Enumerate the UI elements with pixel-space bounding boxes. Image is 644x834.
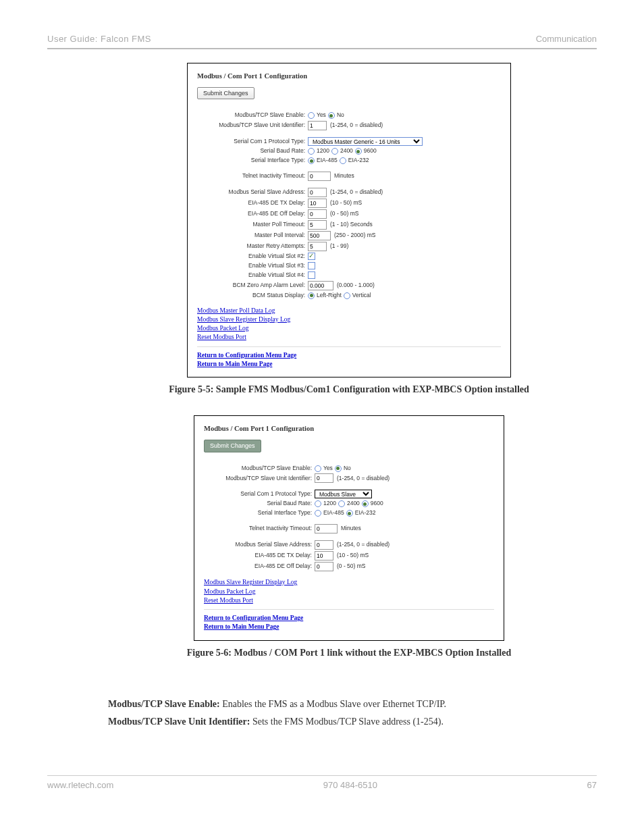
baud-1200-text: 1200 [317,147,329,155]
bcm-v-text: Vertical [352,292,371,300]
iface-232-radio[interactable] [340,157,346,164]
tx-delay-label: EIA-485 DE TX Delay: [197,199,308,207]
slave-addr-input[interactable] [308,188,327,197]
baud-1200-radio-2[interactable] [315,500,321,507]
slave-unit-id-hint-2: (1-254, 0 = disabled) [337,475,390,483]
submit-changes-button-2[interactable]: Submit Changes [204,440,261,452]
iface-485-radio[interactable] [308,157,315,164]
tx-delay-input[interactable] [308,199,327,208]
off-delay-label-2: EIA-485 DE Off Delay: [204,563,315,571]
poll-to-input[interactable] [308,220,327,230]
link-return-main-2[interactable]: Return to Main Menu Page [204,623,494,631]
figure-5-6-caption: Figure 5-6: Modbus / COM Port 1 link wit… [108,648,590,658]
iface-485-radio-2[interactable] [315,510,321,517]
link-slave-reg-log-2[interactable]: Modbus Slave Register Display Log [204,578,494,587]
page-header: User Guide: Falcon FMS Communication [47,34,597,49]
bcm-v-radio[interactable] [344,292,350,299]
baud-label-2: Serial Baud Rate: [204,500,315,508]
footer-center: 970 484-6510 [323,780,377,790]
tx-delay-hint: (10 - 50) mS [330,199,362,207]
slave-enable-yes-radio[interactable] [308,112,315,119]
iface-232-text-2: EIA-232 [355,509,376,517]
slave-unit-id-label-2: Modbus/TCP Slave Unit Identifier: [204,475,315,483]
bcm-zero-input[interactable] [308,281,333,290]
vs4-checkbox[interactable] [308,271,315,279]
telnet-label: Telnet Inactivity Timeout: [197,172,308,180]
retry-label: Master Retry Attempts: [197,242,308,251]
iface-label: Serial Interface Type: [197,157,308,165]
iface-232-radio-2[interactable] [346,510,353,517]
footer-left: www.rletech.com [47,780,113,790]
footer-right: 67 [587,780,597,790]
box1-title: Modbus / Com Port 1 Configuration [197,72,501,82]
link-reset-port-2[interactable]: Reset Modbus Port [204,596,494,605]
slave-enable-no-text: No [337,111,344,120]
link-master-poll-log[interactable]: Modbus Master Poll Data Log [197,307,501,315]
slave-unit-id-label: Modbus/TCP Slave Unit Identifier: [197,122,308,130]
figure-5-5-caption: Figure 5-5: Sample FMS Modbus/Com1 Confi… [108,384,590,395]
slave-unit-id-input[interactable] [308,121,327,130]
slave-enable-yes-radio-2[interactable] [315,465,321,472]
baud-2400-text: 2400 [340,147,353,155]
protocol-type-select[interactable]: Modbus Master Generic - 16 Units [308,137,423,146]
poll-int-input[interactable] [308,231,331,240]
telnet-hint: Minutes [334,172,354,180]
slave-unit-id-hint: (1-254, 0 = disabled) [330,122,383,130]
slave-enable-no-radio-2[interactable] [335,465,342,472]
slave-addr-label-2: Modbus Serial Slave Address: [204,541,315,549]
baud-2400-radio-2[interactable] [338,500,345,507]
vs2-checkbox[interactable] [308,253,315,260]
config-box-2: Modbus / Com Port 1 Configuration Submit… [194,415,504,640]
vs4-label: Enable Virtual Slot #4: [197,271,308,280]
header-right: Communication [536,34,597,44]
protocol-type-label: Serial Com 1 Protocol Type: [197,138,308,146]
p2-rest: Sets the FMS Modbus/TCP Slave address (1… [250,716,443,727]
telnet-input[interactable] [308,172,331,181]
baud-1200-radio[interactable] [308,148,315,155]
off-delay-input[interactable] [308,209,327,219]
baud-9600-radio-2[interactable] [362,500,369,507]
paragraph-2: Modbus/TCP Slave Unit Identifier: Sets t… [108,716,590,727]
protocol-type-select-2[interactable]: Modbus Slave [315,490,372,498]
link-return-config-2[interactable]: Return to Configuration Menu Page [204,614,494,623]
slave-enable-label: Modbus/TCP Slave Enable: [197,111,308,120]
slave-unit-id-input-2[interactable] [315,473,333,483]
tx-delay-input-2[interactable] [315,551,333,561]
baud-1200-text-2: 1200 [323,500,336,508]
slave-addr-hint: (1-254, 0 = disabled) [330,188,383,197]
p2-bold: Modbus/TCP Slave Unit Identifier: [108,716,250,727]
link-return-config[interactable]: Return to Configuration Menu Page [197,351,501,360]
baud-2400-text-2: 2400 [347,500,360,508]
slave-addr-input-2[interactable] [315,540,333,550]
retry-hint: (1 - 99) [330,242,348,251]
bcm-lr-radio[interactable] [308,292,315,299]
retry-input[interactable] [308,242,327,251]
box2-title: Modbus / Com Port 1 Configuration [204,424,494,434]
header-left: User Guide: Falcon FMS [47,34,151,44]
link-packet-log-2[interactable]: Modbus Packet Log [204,588,494,596]
telnet-input-2[interactable] [315,524,338,533]
link-slave-reg-log[interactable]: Modbus Slave Register Display Log [197,315,501,324]
baud-9600-radio[interactable] [355,148,362,155]
off-delay-input-2[interactable] [315,562,333,571]
slave-enable-no-text-2: No [344,465,351,473]
slave-addr-label: Modbus Serial Slave Address: [197,188,308,197]
off-delay-hint: (0 - 50) mS [330,210,359,218]
baud-2400-radio[interactable] [331,148,338,155]
iface-label-2: Serial Interface Type: [204,509,315,517]
slave-enable-yes-text-2: Yes [323,465,333,473]
link-packet-log[interactable]: Modbus Packet Log [197,324,501,333]
vs3-label: Enable Virtual Slot #3: [197,262,308,270]
link-reset-port[interactable]: Reset Modbus Port [197,333,501,342]
link-return-main[interactable]: Return to Main Menu Page [197,360,501,369]
tx-delay-hint-2: (10 - 50) mS [337,552,369,560]
vs2-label: Enable Virtual Slot #2: [197,253,308,261]
off-delay-hint-2: (0 - 50) mS [337,563,366,571]
slave-addr-hint-2: (1-254, 0 = disabled) [337,541,390,549]
bcm-lr-text: Left-Right [317,292,342,300]
vs3-checkbox[interactable] [308,262,315,269]
baud-9600-text-2: 9600 [371,500,383,508]
slave-enable-no-radio[interactable] [328,112,335,119]
submit-changes-button[interactable]: Submit Changes [197,87,254,100]
bcm-zero-hint: (0.000 - 1.000) [337,282,375,290]
